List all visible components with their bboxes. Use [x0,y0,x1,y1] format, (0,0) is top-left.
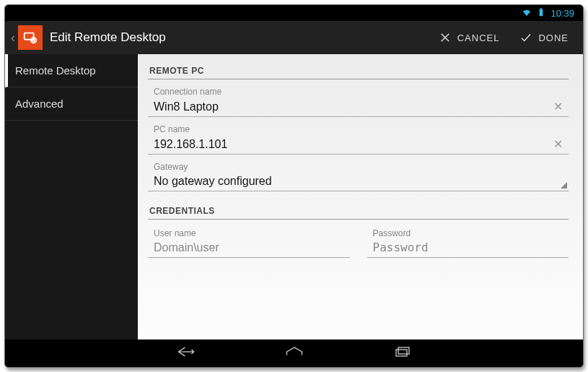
password-input[interactable] [367,238,569,258]
clear-connection-name-icon[interactable]: ✕ [549,100,567,113]
check-icon [519,31,532,44]
sidebar-item-label: Advanced [15,98,63,110]
form-panel: REMOTE PC Connection name ✕ PC name ✕ Ga… [138,54,583,339]
done-label: DONE [538,33,569,43]
section-header-credentials: CREDENTIALS [148,202,569,220]
password-label: Password [367,228,569,238]
dropdown-triangle-icon [561,182,567,189]
username-label: User name [148,228,350,238]
cancel-button[interactable]: CANCEL [439,31,500,44]
status-bar: 10:39 [5,5,583,21]
nav-bar [5,339,583,367]
close-icon [439,31,452,44]
gateway-value: No gateway configured [154,175,561,188]
battery-icon [536,7,546,20]
section-header-remote-pc: REMOTE PC [148,61,569,79]
clock: 10:39 [550,8,574,19]
username-input[interactable] [148,238,350,258]
nav-back-icon[interactable] [175,344,197,363]
svg-rect-1 [540,8,542,9]
clear-pc-name-icon[interactable]: ✕ [549,137,567,151]
back-chevron-icon[interactable]: ‹ [8,30,18,46]
svg-rect-0 [540,9,543,15]
done-button[interactable]: DONE [519,31,569,44]
nav-home-icon[interactable] [284,344,305,363]
gateway-label: Gateway [148,162,569,172]
sidebar-item-advanced[interactable]: Advanced [5,87,138,121]
page-title: Edit Remote Desktop [50,30,439,45]
pc-name-label: PC name [148,124,569,134]
svg-rect-9 [396,350,407,356]
action-bar: ‹ Edit Remote Desktop CANCEL DONE [5,21,583,54]
wifi-icon [522,7,532,20]
nav-recent-icon[interactable] [392,344,413,363]
connection-name-label: Connection name [148,87,569,97]
connection-name-input[interactable] [154,100,549,113]
sidebar: Remote Desktop Advanced [5,54,138,339]
svg-rect-10 [398,347,409,354]
pc-name-input[interactable] [154,138,549,151]
sidebar-item-remote-desktop[interactable]: Remote Desktop [5,54,138,87]
cancel-label: CANCEL [457,33,500,43]
sidebar-item-label: Remote Desktop [15,64,96,77]
gateway-dropdown[interactable]: No gateway configured [148,172,569,191]
app-icon [18,25,43,50]
